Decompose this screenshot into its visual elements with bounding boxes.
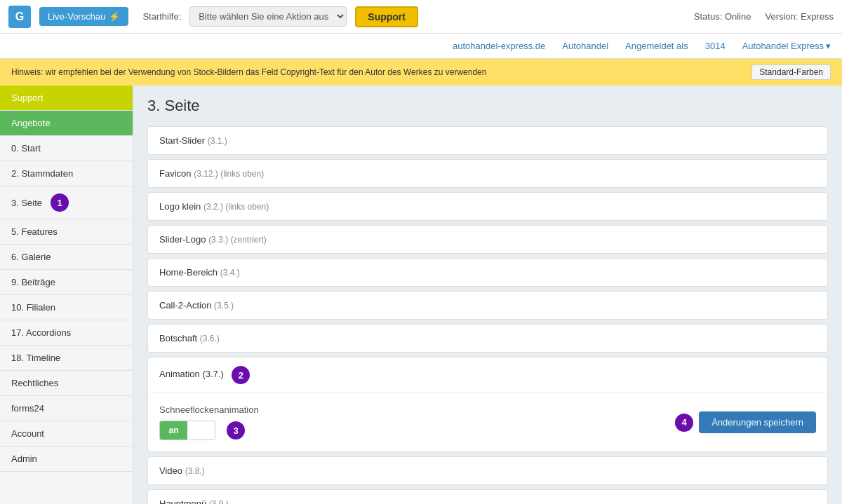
section-home-bereich-label: Home-Bereich (159, 267, 218, 278)
sidebar-item-rechtliches[interactable]: Rechtliches (0, 371, 133, 396)
version-text: Version: Express (765, 11, 834, 22)
lightning-icon: ⚡ (109, 11, 120, 22)
sidebar-item-angebote-label: Angebote (11, 118, 51, 128)
sidebar-item-filialen-label: 10. Filialen (11, 302, 55, 313)
sidebar-item-timeline-label: 18. Timeline (11, 353, 60, 363)
sidebar: Support Angebote 0. Start 2. Stammdaten … (0, 86, 133, 504)
sidebar-item-forms24-label: forms24 (11, 403, 44, 414)
support-button[interactable]: Support (355, 6, 418, 27)
section-botschaft-label: Botschaft (159, 333, 197, 343)
section-slider-logo-label: Slider-Logo (159, 234, 206, 245)
sidebar-item-filialen[interactable]: 10. Filialen (0, 295, 133, 320)
toggle-off[interactable] (187, 421, 215, 440)
logo-button[interactable]: G (8, 6, 31, 28)
section-video-sub: (3.8.) (185, 466, 205, 476)
save-badge: 4 (675, 414, 693, 432)
nav-dropdown-autohandel-express[interactable]: Autohandel Express ▾ (742, 41, 831, 51)
sidebar-item-start[interactable]: 0. Start (0, 136, 133, 161)
section-hauptmenu-label: Hauptmenü (159, 498, 206, 504)
section-slider-logo[interactable]: Slider-Logo (3.3.) (zentriert) (147, 225, 828, 254)
sidebar-item-accordions-label: 17. Accordions (11, 327, 71, 338)
sidebar-item-forms24[interactable]: forms24 (0, 396, 133, 421)
animation-header[interactable]: Animation (3.7.) 2 (148, 357, 827, 393)
main-layout: Support Angebote 0. Start 2. Stammdaten … (0, 86, 842, 504)
section-logo-klein-sub: (3.2.) (links oben) (203, 202, 269, 212)
section-hauptmenu-sub: (3.9.) (209, 499, 229, 504)
starthilfe-label: Starthilfe: (142, 11, 181, 22)
toggle-on[interactable]: an (160, 421, 187, 440)
starthilfe-select[interactable]: Bitte wählen Sie eine Aktion aus (189, 6, 347, 27)
sidebar-item-galerie[interactable]: 6. Galerie (0, 245, 133, 270)
section-start-slider[interactable]: Start-Slider (3.1.) (147, 126, 828, 155)
section-favicon-sub: (3.12.) (links oben) (194, 169, 264, 179)
section-slider-logo-sub: (3.3.) (zentriert) (208, 235, 267, 245)
sidebar-item-account-label: Account (11, 428, 44, 439)
sidebar-item-galerie-label: 6. Galerie (11, 252, 51, 262)
logo-text: G (15, 11, 24, 23)
section-video-label: Video (159, 465, 182, 476)
section-start-slider-sub: (3.1.) (208, 136, 227, 146)
sidebar-seite-badge: 1 (51, 193, 69, 212)
sidebar-item-accordions[interactable]: 17. Accordions (0, 320, 133, 346)
sidebar-item-features[interactable]: 5. Features (0, 219, 133, 245)
top-right-info: Status: Online Version: Express (694, 11, 834, 22)
section-video[interactable]: Video (3.8.) (147, 456, 828, 485)
notice-text: Hinweis: wir empfehlen bei der Verwendun… (11, 67, 486, 77)
section-home-bereich-sub: (3.4.) (220, 268, 240, 278)
section-botschaft[interactable]: Botschaft (3.6.) (147, 324, 828, 353)
sidebar-item-beitraege-label: 9. Beiträge (11, 277, 55, 287)
live-preview-label: Live-Vorschau (48, 11, 105, 22)
live-preview-button[interactable]: Live-Vorschau ⚡ (39, 7, 128, 26)
sidebar-item-seite[interactable]: 3. Seite 1 (0, 186, 133, 219)
animation-label: Animation (159, 369, 200, 379)
second-navigation: autohandel-express.de Autohandel Angemel… (0, 34, 842, 59)
section-call2action[interactable]: Call-2-Action (3.5.) (147, 291, 828, 320)
nav-link-site[interactable]: autohandel-express.de (453, 41, 545, 51)
toggle-switch[interactable]: an (159, 421, 215, 440)
sidebar-item-admin[interactable]: Admin (0, 447, 133, 472)
sidebar-item-admin-label: Admin (11, 454, 37, 464)
dropdown-arrow-icon: ▾ (826, 41, 831, 51)
nav-link-express[interactable]: Autohandel Express (742, 41, 824, 51)
sidebar-item-support[interactable]: Support (0, 86, 133, 111)
sidebar-item-start-label: 0. Start (11, 143, 41, 154)
section-hauptmenu[interactable]: Hauptmenü (3.9.) (147, 489, 828, 504)
sidebar-item-seite-label: 3. Seite (11, 198, 42, 208)
section-start-slider-label: Start-Slider (159, 135, 205, 146)
sidebar-item-beitraege[interactable]: 9. Beiträge (0, 270, 133, 295)
sidebar-item-stammdaten-label: 2. Stammdaten (11, 168, 73, 179)
section-botschaft-sub: (3.6.) (200, 334, 220, 343)
sidebar-item-account[interactable]: Account (0, 421, 133, 447)
nav-link-id[interactable]: 3014 (705, 41, 726, 51)
sidebar-item-stammdaten[interactable]: 2. Stammdaten (0, 161, 133, 186)
standard-farben-button[interactable]: Standard-Farben (751, 64, 831, 80)
section-logo-klein-label: Logo klein (159, 201, 201, 212)
sidebar-item-angebote[interactable]: Angebote (0, 111, 133, 136)
animation-badge: 2 (232, 366, 250, 384)
sidebar-item-timeline[interactable]: 18. Timeline (0, 346, 133, 371)
section-home-bereich[interactable]: Home-Bereich (3.4.) (147, 258, 828, 287)
animation-section: Animation (3.7.) 2 Schneeflockenanimatio… (147, 357, 828, 452)
content-area: 3. Seite Start-Slider (3.1.) Favicon (3.… (133, 86, 842, 504)
page-title: 3. Seite (147, 97, 828, 115)
top-navigation: G Live-Vorschau ⚡ Starthilfe: Bitte wähl… (0, 0, 842, 34)
section-logo-klein[interactable]: Logo klein (3.2.) (links oben) (147, 192, 828, 221)
animation-sub: (3.7.) (202, 369, 223, 379)
section-favicon-label: Favicon (159, 168, 192, 179)
toggle-badge: 3 (227, 421, 245, 440)
section-favicon[interactable]: Favicon (3.12.) (links oben) (147, 159, 828, 188)
save-changes-button[interactable]: Änderungen speichern (699, 411, 816, 433)
nav-link-angemeldet[interactable]: Angemeldet als (625, 41, 688, 51)
sidebar-item-support-label: Support (11, 93, 44, 103)
toggle-area: Schneeflockenanimation an 3 (159, 404, 259, 440)
notice-bar: Hinweis: wir empfehlen bei der Verwendun… (0, 59, 842, 86)
section-call2action-label: Call-2-Action (159, 300, 211, 311)
sidebar-item-features-label: 5. Features (11, 226, 58, 237)
section-call2action-sub: (3.5.) (214, 301, 234, 311)
sidebar-item-rechtliches-label: Rechtliches (11, 378, 58, 388)
toggle-label: Schneeflockenanimation (159, 404, 259, 415)
nav-link-autohandel[interactable]: Autohandel (562, 41, 608, 51)
status-text: Status: Online (694, 11, 751, 22)
animation-body-inner: Schneeflockenanimation an 3 4 Änderungen… (159, 404, 816, 440)
animation-body: Schneeflockenanimation an 3 4 Änderungen… (148, 393, 827, 451)
